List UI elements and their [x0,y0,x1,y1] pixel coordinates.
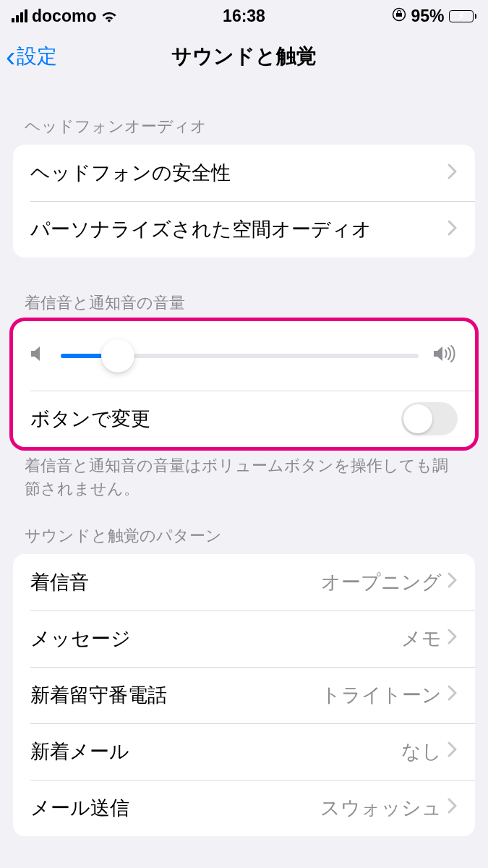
row-voicemail[interactable]: 新着留守番電話 トライトーン [13,667,475,723]
cellular-signal-icon [12,9,27,22]
group-patterns: 着信音 オープニング メッセージ メモ 新着留守番電話 トライトーン 新着メール… [13,554,475,836]
chevron-right-icon [448,684,458,706]
row-new-mail[interactable]: 新着メール なし [13,723,475,780]
row-sent-mail[interactable]: メール送信 スウォッシュ [13,780,475,836]
section-header-patterns: サウンドと触覚のパターン [0,501,488,554]
chevron-right-icon [448,740,458,762]
battery-percent: 95% [411,7,444,26]
row-label: ボタンで変更 [30,406,401,432]
row-label: パーソナライズされた空間オーディオ [30,216,448,242]
speaker-low-icon [30,344,46,368]
section-header-volume: 着信音と通知音の音量 [0,258,488,321]
chevron-right-icon [448,571,458,593]
row-label: メッセージ [30,626,401,652]
row-change-with-buttons: ボタンで変更 [13,391,475,447]
orientation-lock-icon [392,7,406,26]
clock: 16:38 [223,7,265,26]
row-value: トライトーン [321,682,442,708]
status-bar: docomo 16:38 95% ⚡︎ [0,0,488,32]
volume-slider[interactable] [61,354,419,358]
carrier-label: docomo [32,7,96,26]
chevron-right-icon [448,162,458,184]
navigation-bar: ‹ 設定 サウンドと触覚 [0,32,488,81]
chevron-right-icon [448,218,458,241]
row-label: 着信音 [30,569,321,595]
back-label: 設定 [17,43,57,70]
row-ringtone[interactable]: 着信音 オープニング [13,554,475,610]
row-value: オープニング [321,569,442,595]
toggle-change-with-buttons[interactable] [401,402,458,435]
battery-icon: ⚡︎ [449,10,477,22]
back-button[interactable]: ‹ 設定 [6,42,57,71]
speaker-high-icon [433,344,458,368]
row-value: スウォッシュ [320,795,442,821]
row-volume-slider [13,321,475,391]
row-label: メール送信 [30,795,320,821]
row-label: 新着メール [30,739,401,765]
group-volume: ボタンで変更 [13,321,475,447]
row-headphone-safety[interactable]: ヘッドフォンの安全性 [13,145,475,201]
chevron-left-icon: ‹ [6,42,15,71]
row-value: なし [401,739,442,765]
wifi-icon [100,9,118,22]
group-headphone: ヘッドフォンの安全性 パーソナライズされた空間オーディオ [13,145,475,258]
row-text-tone[interactable]: メッセージ メモ [13,610,475,667]
row-spatial-audio[interactable]: パーソナライズされた空間オーディオ [13,201,475,258]
section-header-headphone: ヘッドフォンオーディオ [0,81,488,145]
row-label: ヘッドフォンの安全性 [30,160,448,186]
row-value: メモ [401,626,442,652]
chevron-right-icon [448,627,458,650]
section-footer-volume: 着信音と通知音の音量はボリュームボタンを操作しても調節されません。 [0,447,488,501]
chevron-right-icon [448,796,458,819]
page-title: サウンドと触覚 [171,43,317,70]
row-label: 新着留守番電話 [30,682,321,708]
